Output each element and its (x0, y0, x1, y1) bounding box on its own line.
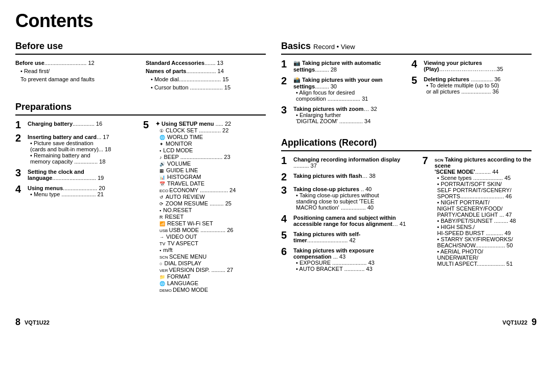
prep-right: 5 ✦ Using SETUP menu ..... 22 ① CLOCK SE… (143, 121, 266, 297)
app-num-5: 5 (281, 230, 290, 243)
app-right: 7 SCN Taking pictures according to the s… (422, 156, 532, 276)
section-preparations: Preparations 1 Charging battery.........… (15, 102, 266, 297)
menu-lcd-mode: ▪ LCD MODE (155, 147, 266, 153)
menu-demo-mode: DEMO DEMO MODE (155, 287, 266, 293)
footer-right: VQT1U22 9 (502, 317, 537, 328)
app-left: 1 Changing recording information display… (281, 156, 412, 276)
menu-world-time: 🌐 WORLD TIME (155, 134, 266, 140)
menu-version-disp: VER VERSION DISP. ......... 27 (155, 267, 266, 273)
num-2: 2 (15, 133, 25, 165)
footer-left: 8 VQT1U22 (15, 317, 50, 328)
before-use-right: Standard Accessories....... 13 Names of … (146, 60, 266, 93)
basics-left: 1 📷 Taking picture with automatic settin… (281, 60, 401, 128)
app-num-1: 1 (281, 155, 290, 169)
app-num-7: 7 (422, 155, 431, 267)
basics-item-3: 3 Taking pictures with zoom… 32 • Enlarg… (281, 106, 401, 124)
menu-economy: ECO ECONOMY .................. 24 (155, 187, 266, 193)
section-title-applications: Applications (Record) (281, 137, 532, 151)
app-num-3: 3 (281, 185, 290, 211)
app-item-1: 1 Changing recording information display… (281, 156, 412, 169)
prep-item-2: 2 Inserting battery and card... 17 • Pic… (15, 134, 138, 165)
menu-format: 📁 FORMAT (155, 273, 266, 280)
prep-item-5: 5 ✦ Using SETUP menu ..... 22 ① CLOCK SE… (143, 121, 266, 293)
app-item-6: 6 Taking pictures with exposure compensa… (281, 247, 412, 272)
cursor-button: • Cursor button ..................... 15 (146, 84, 266, 90)
prep-item-3: 3 Setting the clock and language........… (15, 169, 138, 181)
num-3: 3 (15, 168, 25, 181)
basics-right: 4 Viewing your pictures (Play)…………………………… (411, 60, 532, 128)
num-1: 1 (15, 120, 25, 130)
page-title: Contents (15, 10, 537, 32)
menu-histogram: 📊 HISTOGRAM (155, 174, 266, 180)
menu-dial-display: ○ DIAL DISPLAY (155, 260, 266, 266)
app-item-3: 3 Taking close-up pictures .. 40 • Takin… (281, 186, 412, 211)
basics-num-4: 4 (411, 59, 421, 72)
section-applications: Applications (Record) 1 Changing recordi… (281, 137, 532, 276)
app-num-2: 2 (281, 172, 290, 182)
basics-num-1: 1 (281, 59, 290, 73)
app-item-7: 7 SCN Taking pictures according to the s… (422, 156, 532, 267)
names-of-parts: Names of parts................... 14 (146, 68, 266, 74)
menu-no-reset: ▪ NO.RESET (155, 207, 266, 213)
menu-language: 🌐 LANGUAGE (155, 280, 266, 286)
page-footer: 8 VQT1U22 VQT1U22 9 (15, 317, 537, 328)
section-title-basics: Basics Record • View (281, 41, 532, 55)
app-item-4: 4 Positioning camera and subject within … (281, 215, 412, 227)
basics-item-2: 2 📸 Taking pictures with your own settin… (281, 77, 401, 102)
menu-video-out: → VIDEO OUT (155, 234, 266, 240)
section-basics: Basics Record • View 1 📷 Taking picture … (281, 41, 532, 128)
menu-mft: ▪ m/ft (155, 247, 266, 253)
standard-accessories: Standard Accessories....... 13 (146, 60, 266, 66)
menu-tv-aspect: TV TV ASPECT (155, 240, 266, 246)
basics-num-3: 3 (281, 105, 290, 124)
menu-clock-set: ① CLOCK SET .............. 22 (155, 127, 266, 133)
basics-num-5: 5 (411, 75, 421, 95)
page-num-left: 8 (15, 317, 20, 328)
section-title-preparations: Preparations (15, 102, 266, 116)
menu-monitor: ✦ MONITOR (155, 141, 266, 147)
page-num-right: 9 (532, 317, 537, 328)
app-item-5: 5 Taking pictures with self-timer.......… (281, 231, 412, 243)
prep-item-4: 4 Using menus...................... 20 •… (15, 185, 138, 197)
menu-reset-wifi: 📶 RESET Wi-Fi SET (155, 220, 266, 226)
basics-item-1: 1 📷 Taking picture with automatic settin… (281, 60, 401, 73)
before-use-left: Before use........................... 12… (15, 60, 135, 93)
camera-auto-icon: 📷 (293, 60, 301, 66)
menu-auto-review: ↺ AUTO REVIEW (155, 194, 266, 200)
menu-usb-mode: USB USB MODE ................ 26 (155, 227, 266, 233)
basics-item-4: 4 Viewing your pictures (Play)…………………………… (411, 60, 532, 72)
footer-code-left: VQT1U22 (25, 319, 50, 326)
section-before-use: Before use Before use...................… (15, 41, 266, 93)
basics-item-5: 5 Deleting pictures .............. 36 • … (411, 76, 532, 95)
camera-manual-icon: 📸 (293, 77, 301, 83)
app-num-6: 6 (281, 246, 290, 272)
menu-volume: 🔊 VOLUME (155, 160, 266, 167)
app-item-2: 2 Taking pictures with flash… 38 (281, 173, 412, 182)
basics-num-2: 2 (281, 76, 290, 102)
menu-beep: ♪ BEEP ........................... 23 (155, 154, 266, 160)
prep-item-1: 1 Charging battery.............. 16 (15, 121, 138, 130)
num-4: 4 (15, 184, 25, 197)
app-num-4: 4 (281, 214, 290, 227)
footer-code-right: VQT1U22 (502, 319, 527, 326)
before-use-item-3: To prevent damage and faults (15, 76, 135, 82)
menu-travel-date: 📅 TRAVEL DATE (155, 180, 266, 187)
before-use-item-2: • Read first/ (15, 68, 135, 74)
num-5-prep: 5 (143, 120, 152, 293)
menu-guide-line: ▦ GUIDE LINE (155, 167, 266, 173)
section-title-before-use: Before use (15, 41, 266, 55)
menu-scene-menu: SCN SCENE MENU (155, 253, 266, 260)
menu-zoom-resume: ⟳ ZOOM RESUME ......... 25 (155, 200, 266, 206)
mode-dial: • Mode dial........................... 1… (146, 76, 266, 82)
menu-reset: R RESET (155, 214, 266, 220)
prep-left: 1 Charging battery.............. 16 2 In… (15, 121, 138, 297)
before-use-item-1: Before use........................... 12 (15, 60, 135, 66)
